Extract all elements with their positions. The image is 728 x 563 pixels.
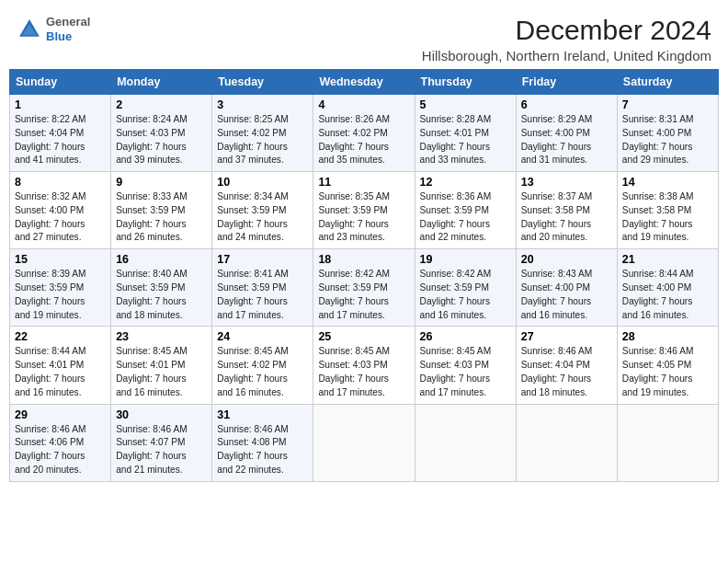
calendar-cell: 28Sunrise: 8:46 AM Sunset: 4:05 PM Dayli…	[617, 327, 718, 404]
day-detail: Sunrise: 8:44 AM Sunset: 4:00 PM Dayligh…	[622, 268, 713, 322]
calendar-header-monday: Monday	[111, 70, 212, 95]
day-number: 12	[420, 176, 511, 189]
day-number: 19	[420, 253, 511, 266]
day-detail: Sunrise: 8:35 AM Sunset: 3:59 PM Dayligh…	[318, 190, 409, 245]
day-detail: Sunrise: 8:36 AM Sunset: 3:59 PM Dayligh…	[420, 190, 511, 245]
day-number: 18	[318, 253, 409, 266]
day-number: 20	[521, 253, 612, 266]
calendar-cell: 11Sunrise: 8:35 AM Sunset: 3:59 PM Dayli…	[313, 172, 415, 249]
calendar-cell: 26Sunrise: 8:45 AM Sunset: 4:03 PM Dayli…	[415, 327, 516, 404]
calendar-header-saturday: Saturday	[617, 70, 718, 95]
day-number: 3	[217, 98, 308, 111]
day-detail: Sunrise: 8:37 AM Sunset: 3:58 PM Dayligh…	[521, 190, 612, 245]
calendar-cell: 20Sunrise: 8:43 AM Sunset: 4:00 PM Dayli…	[516, 249, 617, 327]
calendar-cell: 18Sunrise: 8:42 AM Sunset: 3:59 PM Dayli…	[313, 249, 415, 327]
day-number: 2	[116, 98, 207, 111]
calendar-cell	[313, 404, 415, 481]
day-detail: Sunrise: 8:42 AM Sunset: 3:59 PM Dayligh…	[318, 268, 409, 322]
title-block: December 2024 Hillsborough, Northern Ire…	[422, 15, 711, 63]
calendar-cell: 13Sunrise: 8:37 AM Sunset: 3:58 PM Dayli…	[516, 172, 617, 249]
day-number: 31	[217, 408, 308, 421]
day-number: 5	[420, 98, 511, 111]
day-number: 4	[318, 98, 409, 111]
logo-text: General Blue	[46, 15, 90, 43]
day-number: 24	[217, 330, 308, 343]
day-detail: Sunrise: 8:28 AM Sunset: 4:01 PM Dayligh…	[420, 113, 511, 167]
day-detail: Sunrise: 8:25 AM Sunset: 4:02 PM Dayligh…	[217, 113, 308, 167]
calendar-cell: 8Sunrise: 8:32 AM Sunset: 4:00 PM Daylig…	[10, 172, 111, 249]
day-number: 6	[521, 98, 612, 111]
day-detail: Sunrise: 8:45 AM Sunset: 4:02 PM Dayligh…	[217, 345, 308, 399]
day-detail: Sunrise: 8:46 AM Sunset: 4:06 PM Dayligh…	[15, 423, 106, 477]
day-number: 23	[116, 330, 207, 343]
day-number: 17	[217, 253, 308, 266]
page-header: General Blue December 2024 Hillsborough,…	[9, 9, 719, 63]
day-number: 21	[622, 253, 713, 266]
logo-icon	[17, 17, 42, 42]
calendar-cell	[617, 404, 718, 481]
logo-general: General	[46, 15, 90, 29]
day-number: 27	[521, 330, 612, 343]
calendar-header-tuesday: Tuesday	[212, 70, 313, 95]
calendar-header-sunday: Sunday	[10, 70, 111, 95]
calendar-cell: 17Sunrise: 8:41 AM Sunset: 3:59 PM Dayli…	[212, 249, 313, 327]
calendar-cell: 7Sunrise: 8:31 AM Sunset: 4:00 PM Daylig…	[617, 95, 718, 172]
day-detail: Sunrise: 8:39 AM Sunset: 3:59 PM Dayligh…	[15, 268, 106, 322]
day-detail: Sunrise: 8:46 AM Sunset: 4:07 PM Dayligh…	[116, 423, 207, 477]
day-detail: Sunrise: 8:45 AM Sunset: 4:03 PM Dayligh…	[420, 345, 511, 399]
day-number: 11	[318, 176, 409, 189]
calendar-cell: 31Sunrise: 8:46 AM Sunset: 4:08 PM Dayli…	[212, 404, 313, 481]
day-detail: Sunrise: 8:41 AM Sunset: 3:59 PM Dayligh…	[217, 268, 308, 322]
calendar-cell: 10Sunrise: 8:34 AM Sunset: 3:59 PM Dayli…	[212, 172, 313, 249]
day-number: 22	[15, 330, 106, 343]
calendar-cell: 22Sunrise: 8:44 AM Sunset: 4:01 PM Dayli…	[10, 327, 111, 404]
day-number: 26	[420, 330, 511, 343]
day-detail: Sunrise: 8:38 AM Sunset: 3:58 PM Dayligh…	[622, 190, 713, 245]
main-title: December 2024	[422, 15, 711, 46]
day-detail: Sunrise: 8:45 AM Sunset: 4:01 PM Dayligh…	[116, 345, 207, 399]
calendar-cell: 24Sunrise: 8:45 AM Sunset: 4:02 PM Dayli…	[212, 327, 313, 404]
day-number: 13	[521, 176, 612, 189]
day-detail: Sunrise: 8:46 AM Sunset: 4:08 PM Dayligh…	[217, 423, 308, 477]
calendar-header-row: SundayMondayTuesdayWednesdayThursdayFrid…	[10, 70, 719, 95]
calendar-week-row: 29Sunrise: 8:46 AM Sunset: 4:06 PM Dayli…	[10, 404, 719, 481]
calendar-cell: 4Sunrise: 8:26 AM Sunset: 4:02 PM Daylig…	[313, 95, 415, 172]
calendar-cell: 16Sunrise: 8:40 AM Sunset: 3:59 PM Dayli…	[111, 249, 212, 327]
calendar-cell: 29Sunrise: 8:46 AM Sunset: 4:06 PM Dayli…	[10, 404, 111, 481]
day-detail: Sunrise: 8:33 AM Sunset: 3:59 PM Dayligh…	[116, 190, 207, 245]
day-detail: Sunrise: 8:43 AM Sunset: 4:00 PM Dayligh…	[521, 268, 612, 322]
calendar-cell: 21Sunrise: 8:44 AM Sunset: 4:00 PM Dayli…	[617, 249, 718, 327]
day-detail: Sunrise: 8:45 AM Sunset: 4:03 PM Dayligh…	[318, 345, 409, 399]
day-number: 9	[116, 176, 207, 189]
day-detail: Sunrise: 8:31 AM Sunset: 4:00 PM Dayligh…	[622, 113, 713, 167]
day-detail: Sunrise: 8:44 AM Sunset: 4:01 PM Dayligh…	[15, 345, 106, 399]
calendar-cell: 1Sunrise: 8:22 AM Sunset: 4:04 PM Daylig…	[10, 95, 111, 172]
day-number: 8	[15, 176, 106, 189]
calendar-header-wednesday: Wednesday	[313, 70, 415, 95]
calendar-week-row: 15Sunrise: 8:39 AM Sunset: 3:59 PM Dayli…	[10, 249, 719, 327]
calendar-cell: 30Sunrise: 8:46 AM Sunset: 4:07 PM Dayli…	[111, 404, 212, 481]
day-detail: Sunrise: 8:24 AM Sunset: 4:03 PM Dayligh…	[116, 113, 207, 167]
calendar-cell: 23Sunrise: 8:45 AM Sunset: 4:01 PM Dayli…	[111, 327, 212, 404]
day-number: 14	[622, 176, 713, 189]
day-detail: Sunrise: 8:40 AM Sunset: 3:59 PM Dayligh…	[116, 268, 207, 322]
day-number: 10	[217, 176, 308, 189]
calendar-cell: 15Sunrise: 8:39 AM Sunset: 3:59 PM Dayli…	[10, 249, 111, 327]
logo: General Blue	[17, 15, 90, 43]
day-detail: Sunrise: 8:29 AM Sunset: 4:00 PM Dayligh…	[521, 113, 612, 167]
calendar-cell	[516, 404, 617, 481]
day-number: 1	[15, 98, 106, 111]
day-number: 28	[622, 330, 713, 343]
calendar-cell: 9Sunrise: 8:33 AM Sunset: 3:59 PM Daylig…	[111, 172, 212, 249]
day-detail: Sunrise: 8:26 AM Sunset: 4:02 PM Dayligh…	[318, 113, 409, 167]
day-detail: Sunrise: 8:34 AM Sunset: 3:59 PM Dayligh…	[217, 190, 308, 245]
calendar-table: SundayMondayTuesdayWednesdayThursdayFrid…	[9, 69, 719, 482]
calendar-cell: 14Sunrise: 8:38 AM Sunset: 3:58 PM Dayli…	[617, 172, 718, 249]
day-detail: Sunrise: 8:42 AM Sunset: 3:59 PM Dayligh…	[420, 268, 511, 322]
day-number: 16	[116, 253, 207, 266]
calendar-week-row: 8Sunrise: 8:32 AM Sunset: 4:00 PM Daylig…	[10, 172, 719, 249]
calendar-cell: 25Sunrise: 8:45 AM Sunset: 4:03 PM Dayli…	[313, 327, 415, 404]
calendar-week-row: 22Sunrise: 8:44 AM Sunset: 4:01 PM Dayli…	[10, 327, 719, 404]
day-number: 15	[15, 253, 106, 266]
calendar-cell: 3Sunrise: 8:25 AM Sunset: 4:02 PM Daylig…	[212, 95, 313, 172]
